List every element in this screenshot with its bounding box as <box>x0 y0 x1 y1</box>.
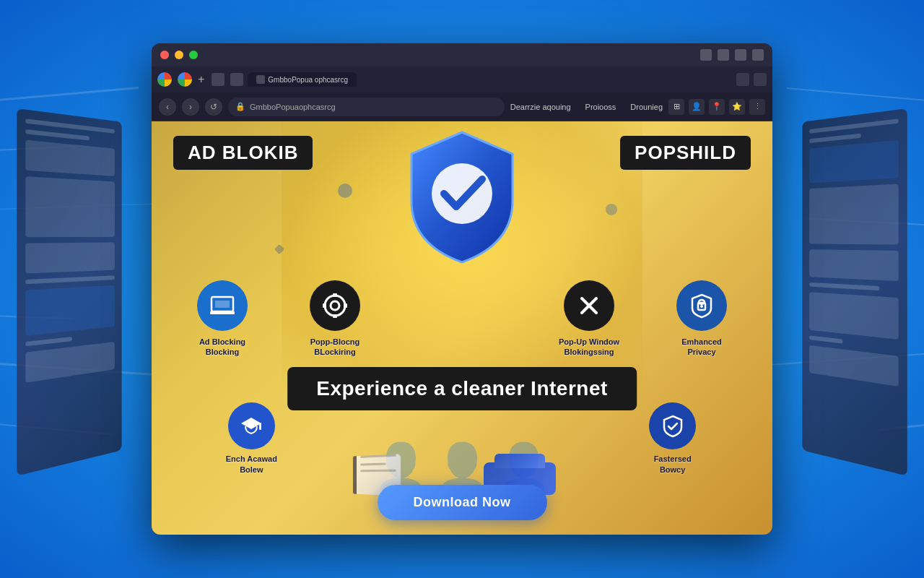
header-title-left: AD BLOKIB <box>173 136 313 170</box>
tab-ctrl-1[interactable] <box>736 73 749 86</box>
feature-icon-x <box>564 280 614 331</box>
feature-label-privacy: EmhancedPrivacy <box>681 337 722 358</box>
left-side-panel <box>17 108 121 476</box>
nav-menu: Dearrzie aqouing Proiooss Drounieg <box>510 103 663 111</box>
browser-content: AD BLOKIB POPSHILD <box>152 121 772 535</box>
feature-label-ad-blocking: Ad BlockingBlocking <box>199 337 245 358</box>
os-maximize-btn[interactable] <box>189 51 198 59</box>
bottom-feature-privacy: FastersedBowcy <box>633 402 712 475</box>
bottom-center-spacer <box>354 402 570 475</box>
svg-marker-15 <box>241 418 261 429</box>
download-button[interactable]: Download Now <box>378 485 547 520</box>
os-icon-1 <box>700 49 712 61</box>
svg-rect-16 <box>259 423 261 430</box>
tab-icon-bookmark <box>212 73 225 86</box>
feature-item-pop-blocking: Popp-BlocngBLockiring <box>292 280 378 358</box>
svg-rect-8 <box>323 303 326 308</box>
tab-bar: + GmbboPopua ophcasrcg <box>152 66 772 92</box>
feature-item-ad-blocking: Ad BlockingBlocking <box>179 280 266 358</box>
shield-container <box>404 129 520 266</box>
chrome-icon <box>157 72 172 87</box>
os-icon-4 <box>752 49 764 61</box>
nav-menu-item-2[interactable]: Proiooss <box>585 103 616 111</box>
nav-location-icon[interactable]: 📍 <box>709 99 725 115</box>
tab-favicon-active <box>256 75 265 84</box>
tab-icon-ext <box>230 73 243 86</box>
feature-icon-lock-shield <box>676 280 727 331</box>
nav-settings-icon[interactable]: ⋮ <box>749 99 765 115</box>
feature-icon-gear <box>310 280 360 331</box>
feature-icon-laptop <box>197 280 248 331</box>
svg-point-4 <box>325 296 345 316</box>
nav-right-icons: ⊞ 👤 📍 ⭐ ⋮ <box>668 99 765 115</box>
svg-rect-7 <box>333 314 337 318</box>
os-icon-3 <box>735 49 746 61</box>
nav-profile-icon[interactable]: 👤 <box>689 99 705 115</box>
browser-window: + GmbboPopua ophcasrcg ‹ › ↺ 🔒 GmbboPopu… <box>152 43 772 535</box>
bottom-label-browsing: Ench AcawadBolew <box>226 454 277 475</box>
nav-menu-item-1[interactable]: Dearrzie aqouing <box>510 103 571 111</box>
nav-extensions-icon[interactable]: ⊞ <box>668 99 684 115</box>
svg-point-14 <box>700 305 703 308</box>
feature-label-popup-blocking: Pop-Up WindowBlokingssing <box>559 337 619 358</box>
tab-label-active: GmbboPopua ophcasrcg <box>268 76 348 84</box>
svg-rect-9 <box>344 303 347 308</box>
os-icon-2 <box>718 49 729 61</box>
feature-item-popup-blocking: Pop-Up WindowBlokingssing <box>546 280 632 358</box>
os-minimize-btn[interactable] <box>175 51 183 59</box>
tab-plus-1[interactable]: + <box>198 73 204 86</box>
bottom-label-privacy: FastersedBowcy <box>654 454 692 475</box>
bottom-features-row: Ench AcawadBolew FastersedBowcy <box>152 402 772 475</box>
bottom-icon-shield-check <box>649 402 696 449</box>
nav-bar: ‹ › ↺ 🔒 GmbboPopuaophcasrcg Dearrzie aqo… <box>152 92 772 121</box>
bottom-icon-graduate <box>228 402 275 449</box>
refresh-button[interactable]: ↺ <box>205 98 222 116</box>
nav-star-icon[interactable]: ⭐ <box>729 99 745 115</box>
back-button[interactable]: ‹ <box>159 98 176 116</box>
feature-label-pop-blocking: Popp-BlocngBLockiring <box>310 337 359 358</box>
svg-rect-3 <box>215 301 230 308</box>
tab-ctrl-2[interactable] <box>754 73 767 86</box>
chrome-icon-2 <box>178 72 192 87</box>
nav-menu-item-3[interactable]: Drounieg <box>630 103 663 111</box>
address-bar[interactable]: 🔒 GmbboPopuaophcasrcg <box>228 98 505 116</box>
svg-point-5 <box>331 301 339 310</box>
header-title-right: POPSHILD <box>620 136 751 170</box>
forward-button[interactable]: › <box>182 98 199 116</box>
svg-rect-2 <box>210 311 235 314</box>
right-side-panel <box>802 108 907 476</box>
os-close-btn[interactable] <box>160 51 169 59</box>
feature-item-privacy: EmhancedPrivacy <box>658 280 745 358</box>
os-title-bar <box>152 43 772 66</box>
svg-rect-6 <box>333 293 337 297</box>
features-row: Ad BlockingBlocking Popp-BlocngBLockiri <box>152 280 772 358</box>
content-bottom: Ench AcawadBolew FastersedBowcy Dow <box>152 402 772 520</box>
shield-icon <box>404 129 520 266</box>
address-text: GmbboPopuaophcasrcg <box>250 103 336 111</box>
tagline-text: Experience a cleaner Internet <box>316 377 608 400</box>
bottom-feature-browsing: Ench AcawadBolew <box>212 402 291 475</box>
tab-active[interactable]: GmbboPopua ophcasrcg <box>248 72 357 87</box>
